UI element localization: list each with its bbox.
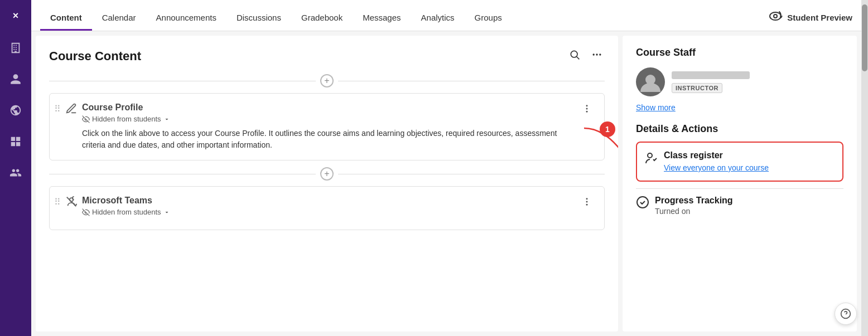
scrollbar-track[interactable] bbox=[861, 0, 868, 336]
svg-point-17 bbox=[586, 204, 588, 206]
left-panel: Course Content bbox=[36, 36, 618, 332]
teams-drag-handle-icon[interactable]: ⠿ bbox=[54, 196, 61, 207]
section-divider-line bbox=[49, 81, 316, 81]
add-section-button-middle[interactable]: + bbox=[320, 167, 334, 181]
svg-point-15 bbox=[586, 198, 588, 199]
tab-announcements[interactable]: Announcements bbox=[146, 13, 226, 31]
card-content: Course Profile Hidden from students Clic… bbox=[82, 103, 574, 151]
ellipsis-icon bbox=[591, 49, 602, 60]
scrollbar-thumb[interactable] bbox=[862, 4, 867, 71]
staff-info: INSTRUCTOR bbox=[672, 71, 843, 92]
tab-discussions[interactable]: Discussions bbox=[226, 13, 291, 31]
avatar-icon bbox=[639, 71, 662, 93]
sidebar-item-building[interactable] bbox=[0, 33, 31, 62]
teams-card-header: ⠿ Microsoft Teams bbox=[54, 196, 595, 221]
class-register-content: Class register View everyone on your cou… bbox=[664, 150, 835, 173]
svg-point-6 bbox=[599, 53, 601, 55]
svg-point-16 bbox=[586, 201, 588, 203]
add-section-top: + bbox=[49, 74, 605, 87]
main-area: Content Calendar Announcements Discussio… bbox=[31, 0, 861, 336]
sidebar-item-globe[interactable] bbox=[0, 96, 31, 125]
teams-chevron-down-icon bbox=[163, 209, 170, 216]
chevron-down-icon bbox=[163, 116, 170, 123]
section-divider-line-right bbox=[338, 81, 605, 81]
teams-visibility-text: Hidden from students bbox=[92, 208, 161, 216]
add-section-button-top[interactable]: + bbox=[320, 74, 334, 87]
panel-header-actions bbox=[567, 47, 605, 65]
top-nav: Content Calendar Announcements Discussio… bbox=[31, 0, 861, 31]
building-icon bbox=[9, 42, 22, 54]
tab-analytics[interactable]: Analytics bbox=[411, 13, 465, 31]
users-icon bbox=[9, 167, 22, 179]
staff-member: INSTRUCTOR bbox=[636, 67, 843, 96]
tab-groups[interactable]: Groups bbox=[465, 13, 512, 31]
search-button[interactable] bbox=[567, 47, 582, 65]
svg-point-4 bbox=[593, 53, 595, 55]
card-visibility: Hidden from students bbox=[82, 115, 574, 123]
sidebar-item-layout[interactable] bbox=[0, 127, 31, 156]
more-options-button[interactable] bbox=[589, 47, 605, 65]
student-preview-label: Student Preview bbox=[787, 13, 852, 22]
teams-card-menu-button[interactable] bbox=[578, 196, 595, 211]
sidebar-item-users[interactable] bbox=[0, 158, 31, 187]
tab-content[interactable]: Content bbox=[40, 13, 92, 31]
card-menu-button[interactable] bbox=[578, 103, 595, 118]
show-more-link[interactable]: Show more bbox=[636, 103, 843, 112]
svg-point-1 bbox=[774, 14, 777, 18]
tab-calendar[interactable]: Calendar bbox=[92, 13, 146, 31]
class-register-link[interactable]: View everyone on your course bbox=[664, 163, 769, 172]
search-icon bbox=[569, 49, 580, 60]
course-profile-card: ⠿ Course Profile bbox=[49, 93, 605, 160]
add-section-middle: + bbox=[49, 167, 605, 181]
sidebar-close-button[interactable]: × bbox=[0, 0, 31, 31]
sidebar-item-person[interactable] bbox=[0, 65, 31, 94]
teams-hidden-icon bbox=[82, 208, 90, 216]
person-check-icon bbox=[645, 152, 658, 165]
tab-gradebook[interactable]: Gradebook bbox=[291, 13, 353, 31]
teams-icon bbox=[65, 196, 78, 208]
staff-name-placeholder bbox=[672, 71, 750, 79]
drag-handle-icon[interactable]: ⠿ bbox=[54, 103, 61, 114]
hidden-icon bbox=[82, 115, 90, 123]
progress-status: Turned on bbox=[655, 207, 733, 216]
checkmark-circle-icon bbox=[636, 196, 649, 209]
class-register-title: Class register bbox=[664, 150, 835, 160]
layout-icon bbox=[9, 135, 22, 148]
progress-tracking-item: Progress Tracking Turned on bbox=[636, 188, 843, 222]
person-icon bbox=[9, 73, 22, 85]
course-staff-title: Course Staff bbox=[636, 47, 843, 59]
student-preview-button[interactable]: Student Preview bbox=[768, 10, 852, 31]
section-divider-line-2r bbox=[338, 174, 605, 174]
progress-tracking-icon bbox=[636, 196, 649, 212]
class-register-card: Class register View everyone on your cou… bbox=[636, 142, 843, 182]
help-button[interactable] bbox=[835, 303, 857, 325]
ellipsis-vertical-icon bbox=[582, 104, 592, 114]
details-section: Details & Actions Class register bbox=[636, 123, 843, 222]
edit-pen-icon bbox=[65, 103, 78, 115]
microsoft-teams-card: ⠿ Microsoft Teams bbox=[49, 186, 605, 230]
teams-card-content: Microsoft Teams Hidden from students bbox=[82, 196, 574, 221]
tab-messages[interactable]: Messages bbox=[353, 13, 411, 31]
card-description: Click on the link above to access your C… bbox=[82, 128, 574, 151]
svg-point-9 bbox=[586, 108, 588, 110]
card-type-icon bbox=[65, 103, 78, 118]
visibility-text: Hidden from students bbox=[92, 115, 161, 123]
sidebar: × bbox=[0, 0, 31, 336]
svg-point-8 bbox=[586, 105, 588, 106]
progress-title: Progress Tracking bbox=[655, 196, 733, 206]
teams-card-title: Microsoft Teams bbox=[82, 196, 574, 206]
teams-visibility: Hidden from students bbox=[82, 208, 574, 216]
card-title: Course Profile bbox=[82, 103, 574, 113]
svg-line-3 bbox=[577, 57, 580, 60]
svg-point-0 bbox=[770, 12, 781, 20]
svg-point-5 bbox=[596, 53, 597, 55]
svg-point-10 bbox=[586, 111, 588, 113]
globe-icon bbox=[9, 104, 22, 116]
content-body: Course Content bbox=[31, 31, 861, 336]
close-icon: × bbox=[13, 10, 19, 22]
instructor-badge: INSTRUCTOR bbox=[672, 83, 722, 93]
staff-area: INSTRUCTOR Show more bbox=[636, 67, 843, 112]
svg-point-2 bbox=[571, 51, 577, 57]
avatar bbox=[636, 67, 665, 96]
right-panel: Course Staff INSTRUCTOR bbox=[623, 36, 857, 332]
